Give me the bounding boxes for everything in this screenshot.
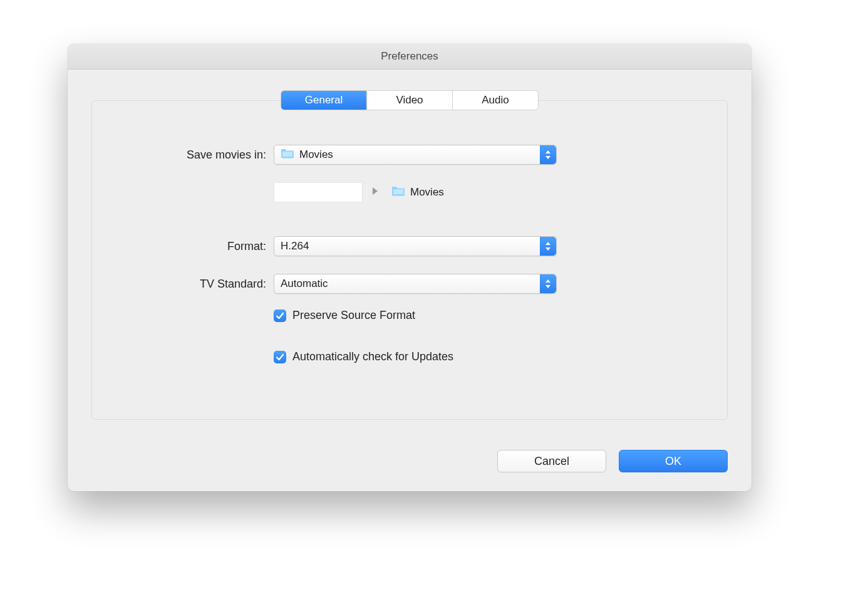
dialog-footer: Cancel OK [497,450,728,472]
format-popup[interactable]: H.264 [274,236,557,256]
check-icon [276,311,284,320]
auto-update-checkbox[interactable] [274,351,286,363]
ok-button[interactable]: OK [619,450,728,472]
format-label: Format: [227,240,266,252]
save-location-label: Save movies in: [187,148,266,161]
save-location-path: Movies [274,182,449,202]
window-title: Preferences [381,50,438,63]
tab-audio[interactable]: Audio [452,91,538,110]
popup-arrows-icon [540,145,556,164]
path-root-placeholder[interactable] [274,182,363,202]
preferences-tabs: General Video Audio [281,91,538,110]
cancel-button-label: Cancel [534,455,569,468]
folder-icon [391,185,405,200]
save-location-value: Movies [299,148,333,161]
cancel-button[interactable]: Cancel [497,450,606,472]
tab-video[interactable]: Video [366,91,452,110]
svg-rect-1 [393,189,403,194]
tab-audio-label: Audio [482,94,509,106]
tab-video-label: Video [396,94,423,106]
preserve-source-checkbox[interactable] [274,310,286,322]
auto-update-label: Automatically check for Updates [292,350,453,363]
svg-rect-0 [282,152,292,157]
ok-button-label: OK [665,455,681,468]
check-icon [276,353,284,362]
tv-standard-popup[interactable]: Automatic [274,274,557,294]
preserve-source-label: Preserve Source Format [292,309,415,322]
popup-arrows-icon [540,237,556,256]
preferences-panel: General Video Audio Save movies in: [91,100,728,420]
tv-standard-value: Automatic [281,278,328,290]
save-location-popup[interactable]: Movies [274,145,557,165]
window-titlebar: Preferences [68,44,752,70]
path-movies-folder[interactable]: Movies [388,184,449,202]
popup-arrows-icon [540,274,556,293]
path-movies-label: Movies [410,186,444,199]
folder-icon [281,148,294,162]
path-arrow-icon [371,186,379,199]
tab-general[interactable]: General [281,91,366,110]
preferences-window: Preferences General Video Audio Save mov… [68,44,752,491]
tab-general-label: General [305,94,343,106]
tv-standard-label: TV Standard: [200,278,266,290]
format-value: H.264 [281,240,309,252]
